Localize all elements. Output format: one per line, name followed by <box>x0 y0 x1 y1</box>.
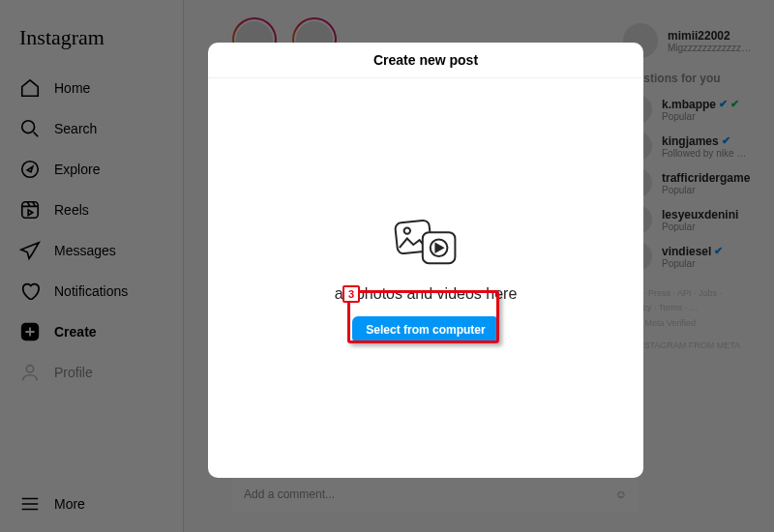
modal-title: Create new post <box>208 43 643 78</box>
create-post-modal: Create new post ag photos and videos her… <box>208 43 643 478</box>
modal-body[interactable]: ag photos and videos here Select from co… <box>208 78 643 478</box>
svg-point-6 <box>404 227 410 233</box>
media-icon <box>387 214 464 272</box>
annotation-number: 3 <box>342 285 360 303</box>
annotation-callout: 3 <box>347 290 499 343</box>
